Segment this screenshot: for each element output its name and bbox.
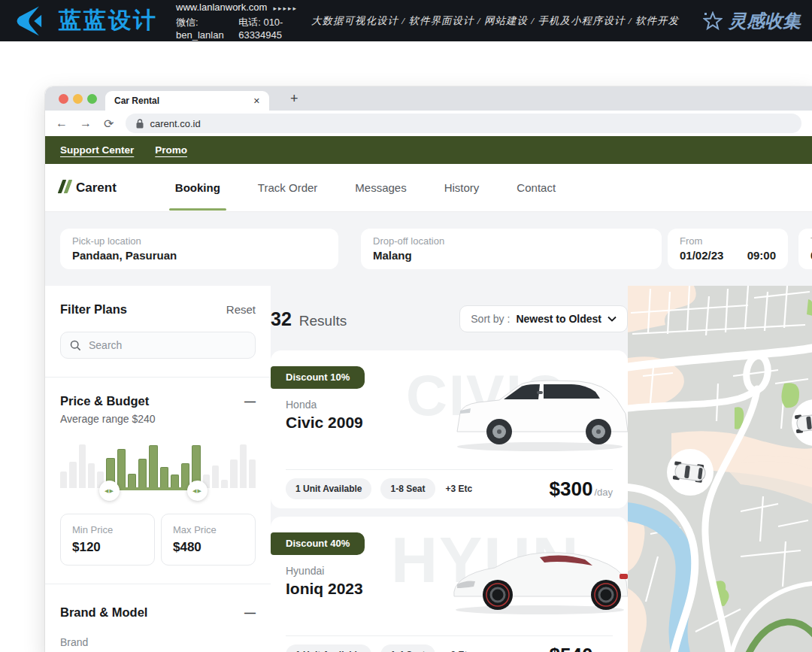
- lock-icon: [136, 119, 144, 129]
- forward-icon[interactable]: →: [80, 117, 92, 130]
- sort-dropdown[interactable]: Sort by : Newest to Oldest: [459, 305, 628, 332]
- nav-item-booking[interactable]: Booking: [174, 165, 222, 211]
- histogram-bar: [171, 475, 179, 488]
- filter-search-input[interactable]: Search: [60, 332, 256, 359]
- maximize-window-button[interactable]: [87, 94, 97, 104]
- dropoff-location-field[interactable]: Drop-off location Malang: [361, 229, 662, 269]
- sort-value: Newest to Oldest: [516, 313, 601, 325]
- reset-button[interactable]: Reset: [226, 303, 256, 316]
- banner-contact: 微信: ben_lanlan 电话: 010-63334945: [176, 16, 298, 41]
- site-top-strip: Support Center Promo: [45, 136, 812, 164]
- from-date: 01/02/23: [680, 249, 723, 262]
- browser-tab[interactable]: Car Rental ✕: [105, 91, 269, 111]
- nav-item-messages[interactable]: Messages: [353, 165, 408, 211]
- chevron-down-icon: [607, 316, 617, 322]
- units-pill: 1 Unit Available: [286, 644, 371, 652]
- price-histogram-wrap: ◀▶ ◀▶: [60, 444, 256, 488]
- carent-logo-icon: [60, 180, 70, 196]
- browser-tab-bar: Car Rental ✕ +: [45, 86, 812, 111]
- histogram-bar: [79, 444, 86, 488]
- histogram-bar: [60, 472, 67, 488]
- tab-close-icon[interactable]: ✕: [253, 96, 260, 106]
- filter-panel: Filter Plans Reset Search Price & Budget…: [45, 286, 271, 652]
- map-graphic: [628, 286, 812, 652]
- min-price-slider-handle[interactable]: ◀▶: [99, 481, 120, 501]
- new-tab-button[interactable]: +: [284, 88, 304, 110]
- main-content: Filter Plans Reset Search Price & Budget…: [45, 286, 812, 652]
- browser-window: Car Rental ✕ + ← → ⟳ carent.co.id Suppor…: [45, 86, 812, 652]
- nav-item-history[interactable]: History: [443, 165, 481, 211]
- histogram-bar: [221, 480, 228, 488]
- promo-link[interactable]: Promo: [155, 144, 187, 156]
- car-card-ioniq[interactable]: HYUN Discount 40% Hyundai Ioniq 2023: [271, 517, 628, 652]
- dropoff-label: Drop-off location: [373, 235, 650, 247]
- histogram-bar: [249, 459, 256, 488]
- inspiration-collect-link[interactable]: 灵感收集: [703, 9, 801, 33]
- histogram-bar: [230, 459, 237, 488]
- histogram-bar: [212, 465, 219, 488]
- results-count: 32 Results: [271, 308, 347, 330]
- browser-url-bar: ← → ⟳ carent.co.id: [45, 111, 812, 136]
- max-price-field[interactable]: Max Price $480: [161, 514, 256, 566]
- discount-badge: Discount 40%: [271, 532, 365, 555]
- hatchback-car-image: [451, 365, 628, 456]
- reload-icon[interactable]: ⟳: [104, 117, 114, 131]
- back-icon[interactable]: ←: [56, 117, 68, 130]
- price-per-day: /day: [594, 487, 613, 498]
- results-word: Results: [299, 313, 347, 329]
- pickup-location-field[interactable]: Pick-up location Pandaan, Pasuruan: [60, 229, 338, 269]
- price-range-track: [109, 487, 197, 490]
- histogram-bar: [138, 459, 147, 488]
- pickup-value: Pandaan, Pasuruan: [72, 249, 326, 262]
- car-brand: Hyundai: [286, 565, 324, 577]
- histogram-bar: [117, 449, 126, 488]
- min-price-label: Min Price: [72, 524, 143, 535]
- results-number: 32: [271, 308, 292, 330]
- url-text: carent.co.id: [150, 118, 200, 129]
- max-price-slider-handle[interactable]: ◀▶: [187, 481, 208, 501]
- car-card-civic[interactable]: CIVIC Discount 10% Honda Civic 2009 1 Un…: [271, 350, 628, 508]
- brand-model-title: Brand & Model: [60, 605, 147, 620]
- address-bar[interactable]: carent.co.id: [126, 114, 801, 133]
- close-window-button[interactable]: [59, 94, 68, 104]
- filter-title: Filter Plans: [60, 302, 127, 317]
- carent-logo[interactable]: Carent: [60, 180, 117, 196]
- lanlan-logo-icon: [12, 5, 45, 38]
- seats-pill: 1-8 Seat: [380, 478, 435, 499]
- car-brand: Honda: [286, 399, 317, 411]
- nav-item-track-order[interactable]: Track Order: [256, 165, 319, 211]
- from-datetime-field[interactable]: From 01/02/23 09:00: [668, 229, 788, 269]
- banner-services: 大数据可视化设计 / 软件界面设计 / 网站建设 / 手机及小程序设计 / 软件…: [311, 14, 679, 28]
- results-column: 32 Results Sort by : Newest to Oldest CI…: [271, 286, 628, 652]
- map-panel[interactable]: [628, 286, 812, 652]
- to-datetime-field[interactable]: T 0: [798, 229, 812, 269]
- car-model: Ioniq 2023: [286, 580, 363, 598]
- tab-title: Car Rental: [114, 96, 253, 106]
- max-price-label: Max Price: [173, 524, 244, 535]
- price-budget-title: Price & Budget: [60, 394, 149, 408]
- collapse-price-icon[interactable]: —: [244, 395, 256, 408]
- dropoff-value: Malang: [373, 249, 650, 262]
- site-nav: Carent Booking Track Order Messages Hist…: [45, 164, 812, 212]
- min-price-value: $120: [72, 540, 143, 555]
- lanlan-brand-name: 蓝蓝设计: [59, 5, 158, 36]
- support-center-link[interactable]: Support Center: [60, 144, 134, 156]
- arrows-icon: ▸▸▸▸▸: [273, 5, 298, 12]
- brand-group-label: Brand: [60, 636, 256, 648]
- histogram-bar: [160, 467, 168, 488]
- min-price-field[interactable]: Min Price $120: [60, 514, 155, 566]
- price-value: $300: [550, 478, 593, 501]
- seats-pill: 1-4 Seat: [380, 644, 435, 652]
- nav-item-contact[interactable]: Contact: [515, 165, 557, 211]
- sort-prefix: Sort by :: [471, 313, 510, 325]
- price-histogram: [60, 444, 256, 488]
- minimize-window-button[interactable]: [73, 94, 83, 104]
- histogram-bar: [128, 474, 136, 488]
- max-price-value: $480: [173, 540, 244, 555]
- histogram-bar: [149, 445, 157, 488]
- collapse-brand-icon[interactable]: —: [244, 606, 256, 619]
- map-car-marker[interactable]: [667, 449, 714, 496]
- phone-number: 电话: 010-63334945: [238, 16, 298, 41]
- search-placeholder: Search: [89, 339, 122, 351]
- banner-website: www.lanlanwork.com▸▸▸▸▸: [176, 2, 298, 13]
